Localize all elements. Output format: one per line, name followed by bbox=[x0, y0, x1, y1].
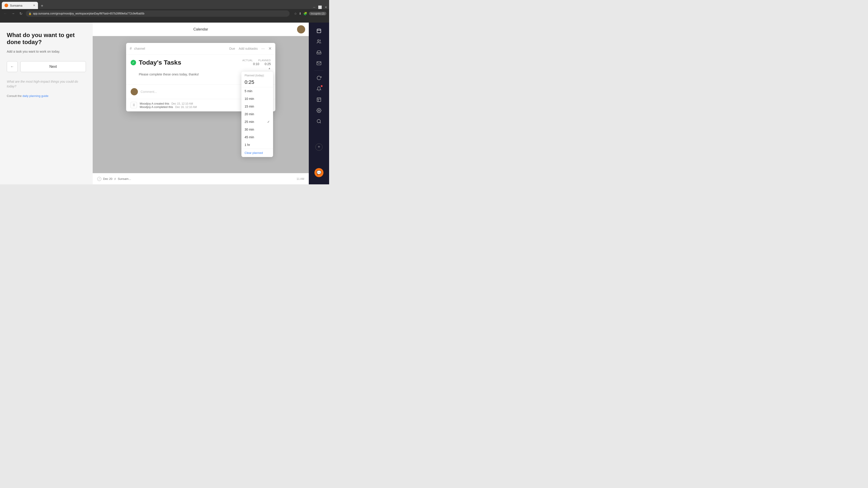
add-subtasks-btn[interactable]: Add subtasks bbox=[239, 47, 258, 51]
timeline-channel: Sunsam... bbox=[118, 177, 131, 181]
sidebar-icon-notion[interactable] bbox=[314, 95, 323, 104]
planned-dropdown: Planned (today): 0:25 5 min 10 min 15 mi… bbox=[241, 72, 273, 157]
url-bar[interactable]: 🔒 app.sunsama.com/group/moodjoy_workspac… bbox=[26, 10, 289, 17]
address-bar: ← → ↻ 🔒 app.sunsama.com/group/moodjoy_wo… bbox=[0, 9, 329, 18]
right-sidebar: + 💬 bbox=[309, 23, 329, 184]
task-modal: # channel Due Add subtasks ··· ✕ ✓ Today… bbox=[126, 43, 275, 111]
check-icon: ✓ bbox=[132, 61, 135, 64]
tab-favicon bbox=[4, 4, 8, 7]
planning-panel: What do you want to get done today? Add … bbox=[0, 23, 93, 184]
task-title-row: ✓ Today's Tasks ACTUAL PLANNED 0:10 0:25… bbox=[131, 59, 271, 70]
dropdown-footer: Clear planned bbox=[241, 149, 273, 157]
timeline-time: 11 AM bbox=[297, 177, 304, 181]
guide-prefix: Consult the bbox=[7, 94, 22, 98]
task-time-section: ACTUAL PLANNED 0:10 0:25 ▲ Planned (toda… bbox=[242, 59, 271, 70]
active-tab[interactable]: Sunsama ✕ bbox=[2, 2, 38, 9]
more-options-btn[interactable]: ··· bbox=[261, 46, 265, 51]
clear-planned-btn[interactable]: Clear planned bbox=[245, 151, 263, 155]
calendar-title: Calendar bbox=[193, 27, 208, 31]
planning-prompt: What are the most high-impact things you… bbox=[7, 79, 86, 89]
modal-body: ✓ Today's Tasks ACTUAL PLANNED 0:10 0:25… bbox=[126, 55, 275, 84]
sidebar-icon-inbox[interactable] bbox=[314, 48, 323, 57]
option-label-1hr: 1 hr bbox=[245, 143, 250, 147]
maximize-btn[interactable]: ⬜ bbox=[318, 5, 322, 9]
daily-guide: Consult the daily planning guide bbox=[7, 94, 86, 98]
sidebar-divider-1 bbox=[314, 70, 323, 71]
dropdown-option-30min[interactable]: 30 min bbox=[241, 126, 273, 133]
reload-btn[interactable]: ↻ bbox=[18, 11, 24, 16]
svg-point-4 bbox=[318, 40, 319, 41]
due-label: Due bbox=[229, 47, 235, 51]
task-complete-check[interactable]: ✓ bbox=[131, 60, 136, 65]
forward-nav-btn[interactable]: → bbox=[10, 11, 16, 16]
calendar-timeline: ✓ Dec 20 # Sunsam... 11 AM bbox=[93, 173, 309, 184]
option-label-15min: 15 min bbox=[245, 105, 254, 108]
lock-icon: 🔒 bbox=[29, 12, 32, 15]
tab-label: Sunsama bbox=[10, 4, 22, 7]
sidebar-icon-users[interactable] bbox=[314, 37, 323, 46]
next-button[interactable]: Next bbox=[20, 61, 86, 72]
dropdown-option-10min[interactable]: 10 min bbox=[241, 95, 273, 103]
tab-close-btn[interactable]: ✕ bbox=[33, 4, 35, 7]
bookmark-btn[interactable]: ☆ bbox=[294, 12, 297, 15]
svg-point-8 bbox=[318, 110, 320, 111]
dropdown-current-value[interactable]: 0:25 bbox=[241, 78, 273, 87]
dropdown-option-5min[interactable]: 5 min bbox=[241, 87, 273, 95]
sidebar-add-btn[interactable]: + bbox=[315, 143, 322, 151]
planned-label: PLANNED bbox=[258, 59, 271, 62]
sidebar-icon-notification[interactable] bbox=[314, 84, 323, 93]
planned-value[interactable]: 0:25 bbox=[265, 62, 271, 66]
guide-link[interactable]: daily planning guide bbox=[22, 94, 49, 98]
window-close-btn[interactable]: ✕ bbox=[324, 5, 327, 9]
dropdown-header: Planned (today): bbox=[241, 72, 273, 78]
minimize-btn[interactable]: ─ bbox=[313, 5, 315, 9]
sidebar-icon-calendar[interactable] bbox=[314, 26, 323, 35]
modal-header: # channel Due Add subtasks ··· ✕ bbox=[126, 43, 275, 55]
notification-dot bbox=[321, 85, 322, 87]
svg-rect-0 bbox=[317, 29, 321, 33]
main-content: Calendar # channel Due Add subtasks ··· … bbox=[93, 23, 309, 184]
svg-rect-5 bbox=[317, 98, 321, 102]
dropdown-option-20min[interactable]: 20 min bbox=[241, 110, 273, 118]
planning-title: What do you want to get done today? bbox=[7, 32, 86, 46]
sidebar-chat-btn[interactable]: 💬 bbox=[314, 168, 323, 177]
actual-label: ACTUAL bbox=[242, 59, 253, 62]
extensions-btn[interactable]: 🧩 bbox=[303, 12, 307, 15]
channel-hash-icon: # bbox=[130, 46, 132, 51]
sidebar-icon-settings[interactable] bbox=[314, 106, 323, 115]
sidebar-icon-refresh[interactable] bbox=[314, 73, 323, 83]
sidebar-icon-search[interactable] bbox=[314, 117, 323, 126]
comment-avatar bbox=[131, 88, 138, 95]
option-label-30min: 30 min bbox=[245, 128, 254, 131]
download-btn[interactable]: ⬇ bbox=[299, 12, 302, 15]
time-expand-btn[interactable]: ▲ bbox=[268, 67, 271, 70]
incognito-badge: Incognito (2) bbox=[309, 12, 327, 15]
time-labels: ACTUAL PLANNED bbox=[242, 59, 271, 62]
actual-value: 0:10 bbox=[253, 62, 259, 66]
planning-buttons: ← Next bbox=[7, 61, 86, 72]
browser-chrome: Sunsama ✕ + ─ ⬜ ✕ ← → ↻ 🔒 app.sunsama.co… bbox=[0, 0, 329, 23]
option-label-25min: 25 min bbox=[245, 120, 254, 124]
modal-overlay: # channel Due Add subtasks ··· ✕ ✓ Today… bbox=[93, 36, 309, 184]
modal-close-btn[interactable]: ✕ bbox=[268, 46, 272, 51]
back-button[interactable]: ← bbox=[7, 61, 18, 72]
dropdown-option-1hr[interactable]: 1 hr bbox=[241, 141, 273, 149]
time-values: 0:10 0:25 bbox=[253, 62, 271, 66]
calendar-header: Calendar bbox=[93, 23, 309, 36]
new-tab-btn[interactable]: + bbox=[39, 3, 45, 9]
activity-text: Moodjoy A created this Dec 15, 12:10 AM … bbox=[140, 102, 197, 109]
sidebar-icon-mail[interactable] bbox=[314, 59, 323, 68]
browser-actions: ☆ ⬇ 🧩 Incognito (2) bbox=[294, 12, 327, 15]
activity-icon: ☰ bbox=[131, 102, 137, 108]
back-nav-btn[interactable]: ← bbox=[3, 11, 8, 16]
calendar-avatar bbox=[297, 25, 305, 33]
completed-by: Moodjoy A completed this bbox=[140, 105, 173, 109]
check-selected-icon: ✓ bbox=[267, 120, 270, 124]
dropdown-option-45min[interactable]: 45 min bbox=[241, 133, 273, 141]
svg-point-9 bbox=[317, 120, 320, 123]
created-date: Dec 15, 12:10 AM bbox=[171, 102, 193, 105]
dropdown-option-25min[interactable]: 25 min ✓ bbox=[241, 118, 273, 126]
timeline-hash-icon: # bbox=[114, 177, 116, 181]
dropdown-option-15min[interactable]: 15 min bbox=[241, 103, 273, 110]
svg-line-10 bbox=[320, 122, 321, 123]
